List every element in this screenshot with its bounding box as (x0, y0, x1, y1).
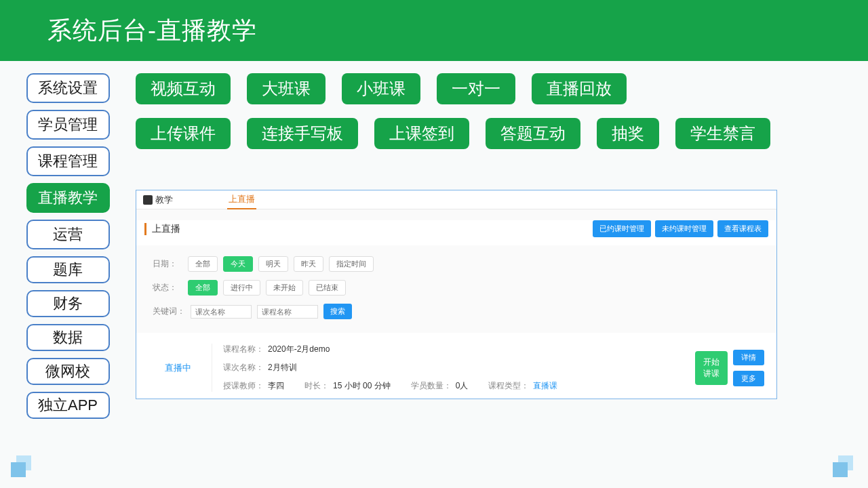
status-label: 状态： (153, 282, 182, 293)
teacher-value: 李四 (268, 380, 284, 392)
status-notstart[interactable]: 未开始 (266, 280, 303, 296)
sidebar-item-live[interactable]: 直播教学 (26, 183, 110, 213)
start-l1: 开始 (703, 357, 719, 368)
pill-tablet[interactable]: 连接手写板 (247, 118, 358, 149)
date-all[interactable]: 全部 (188, 256, 218, 272)
pill-mute[interactable]: 学生禁言 (675, 118, 770, 149)
kw-session-input[interactable] (191, 305, 252, 319)
section-title: 上直播 (144, 223, 180, 235)
teacher-label: 授课教师： (223, 380, 264, 392)
kw-course-input[interactable] (257, 305, 318, 319)
pill-replay[interactable]: 直播回放 (532, 73, 627, 104)
duration-label: 时长： (304, 380, 329, 392)
decoration-icon (11, 455, 35, 480)
date-tomorrow[interactable]: 明天 (258, 256, 288, 272)
sidebar: 系统设置 学员管理 课程管理 直播教学 运营 题库 财务 数据 微网校 独立AP… (0, 73, 136, 419)
pill-video-interact[interactable]: 视频互动 (136, 73, 231, 104)
start-l2: 讲课 (703, 368, 719, 380)
filter-date: 日期： 全部 今天 明天 昨天 指定时间 (136, 253, 776, 277)
page-title: 系统后台-直播教学 (47, 14, 257, 47)
course-status: 直播中 (144, 344, 212, 392)
type-label: 课程类型： (488, 380, 529, 392)
filter-keyword: 关键词： 搜索 (136, 301, 776, 325)
pill-small-class[interactable]: 小班课 (342, 73, 420, 104)
date-today[interactable]: 今天 (223, 256, 253, 272)
sidebar-item-app[interactable]: 独立APP (26, 392, 110, 419)
course-card: 直播中 课程名称：2020年-2月demo 课次名称：2月特训 授课教师：李四 … (136, 333, 776, 399)
type-value[interactable]: 直播课 (533, 380, 557, 392)
btn-unbooked[interactable]: 未约课时管理 (655, 220, 713, 237)
session-value: 2月特训 (268, 362, 297, 373)
sidebar-item-finance[interactable]: 财务 (26, 290, 110, 317)
search-button[interactable]: 搜索 (323, 304, 352, 319)
pill-upload[interactable]: 上传课件 (136, 118, 231, 149)
count-label: 学员数量： (411, 380, 452, 392)
panel: 教学 上直播 上直播 已约课时管理 未约课时管理 查看课程表 日期： 全部 今天 (136, 190, 777, 399)
date-label: 日期： (153, 258, 182, 270)
name-label: 课程名称： (223, 344, 264, 355)
detail-button[interactable]: 详情 (733, 350, 764, 365)
duration-value: 15 小时 00 分钟 (333, 380, 391, 392)
status-ended[interactable]: 已结束 (309, 280, 346, 296)
sidebar-item-courses[interactable]: 课程管理 (26, 146, 110, 176)
section-head: 上直播 已约课时管理 未约课时管理 查看课程表 (136, 220, 776, 245)
course-info: 课程名称：2020年-2月demo 课次名称：2月特训 授课教师：李四 时长：1… (212, 344, 695, 392)
more-button[interactable]: 更多 (733, 371, 764, 386)
main: 视频互动 大班课 小班课 一对一 直播回放 上传课件 连接手写板 上课签到 答题… (136, 73, 868, 419)
panel-tabs: 教学 上直播 (136, 190, 776, 209)
decoration-icon (833, 455, 857, 480)
pill-row-1: 视频互动 大班课 小班课 一对一 直播回放 (136, 73, 793, 104)
filter-status: 状态： 全部 进行中 未开始 已结束 (136, 277, 776, 301)
tab-teaching[interactable]: 教学 (143, 194, 173, 206)
head-buttons: 已约课时管理 未约课时管理 查看课程表 (593, 220, 768, 237)
pill-quiz[interactable]: 答题互动 (486, 118, 580, 149)
sidebar-item-microsite[interactable]: 微网校 (26, 358, 110, 385)
date-yesterday[interactable]: 昨天 (294, 256, 323, 272)
pill-big-class[interactable]: 大班课 (247, 73, 326, 104)
content: 系统设置 学员管理 课程管理 直播教学 运营 题库 财务 数据 微网校 独立AP… (0, 61, 868, 419)
sidebar-item-system[interactable]: 系统设置 (26, 73, 110, 103)
pill-one-on-one[interactable]: 一对一 (437, 73, 515, 104)
panel-body: 上直播 已约课时管理 未约课时管理 查看课程表 日期： 全部 今天 明天 昨天 … (136, 209, 776, 399)
tab-live[interactable]: 上直播 (227, 190, 256, 209)
status-all[interactable]: 全部 (188, 280, 218, 296)
course-actions: 开始 讲课 详情 更多 (695, 344, 768, 392)
sidebar-item-students[interactable]: 学员管理 (26, 110, 110, 140)
btn-booked[interactable]: 已约课时管理 (593, 220, 651, 237)
status-running[interactable]: 进行中 (223, 280, 260, 296)
count-value: 0人 (456, 380, 469, 392)
session-label: 课次名称： (223, 362, 264, 373)
btn-schedule[interactable]: 查看课程表 (717, 220, 768, 237)
pill-row-2: 上传课件 连接手写板 上课签到 答题互动 抽奖 学生禁言 (136, 118, 793, 149)
pill-checkin[interactable]: 上课签到 (374, 118, 469, 149)
sidebar-item-ops[interactable]: 运营 (26, 220, 110, 249)
sidebar-item-data[interactable]: 数据 (26, 324, 110, 351)
kw-label: 关键词： (153, 306, 185, 317)
tab-teaching-label: 教学 (155, 194, 173, 206)
date-custom[interactable]: 指定时间 (329, 256, 374, 272)
sidebar-item-bank[interactable]: 题库 (26, 256, 110, 283)
name-value: 2020年-2月demo (268, 344, 330, 355)
pill-lottery[interactable]: 抽奖 (597, 118, 659, 149)
header-bar: 系统后台-直播教学 (0, 0, 868, 61)
book-icon (143, 195, 153, 205)
start-class-button[interactable]: 开始 讲课 (695, 351, 728, 385)
